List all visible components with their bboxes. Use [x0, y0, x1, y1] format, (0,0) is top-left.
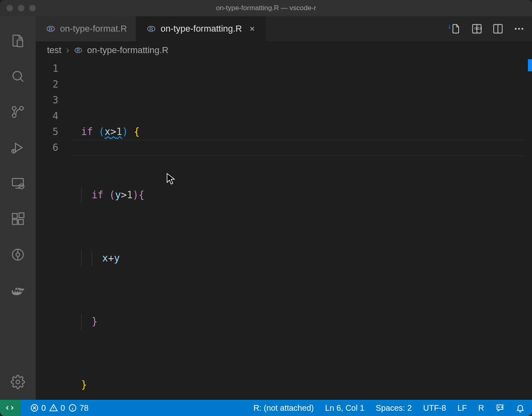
- more-actions-icon[interactable]: [513, 23, 525, 34]
- explorer-icon[interactable]: [0, 23, 36, 58]
- remote-indicator[interactable]: [0, 400, 21, 416]
- extensions-icon[interactable]: [0, 201, 36, 237]
- tab-actions: ↓ 0110: [443, 16, 532, 41]
- breadcrumb-file[interactable]: on-type-formatting.R: [87, 45, 169, 56]
- breadcrumb-folder[interactable]: test: [47, 45, 61, 56]
- compare-changes-icon[interactable]: ↓: [450, 23, 461, 34]
- remote-explorer-icon[interactable]: [0, 165, 36, 201]
- r-file-icon: R: [74, 46, 82, 54]
- split-editor-icon[interactable]: [492, 23, 504, 34]
- svg-text:R: R: [149, 26, 153, 32]
- minimize-window-button[interactable]: [18, 5, 24, 11]
- current-line-highlight: [71, 140, 524, 156]
- svg-point-1: [13, 71, 21, 80]
- svg-rect-10: [19, 220, 24, 225]
- line-numbers: 1 2 3 4 5 6: [36, 59, 71, 416]
- svg-point-25: [521, 28, 523, 30]
- svg-text:R: R: [77, 47, 80, 53]
- svg-text:R: R: [49, 26, 52, 32]
- code-content[interactable]: if (x>1) { if (y>1){ x+y } }: [71, 59, 532, 416]
- svg-point-24: [518, 28, 520, 30]
- zoom-window-button[interactable]: [29, 5, 36, 11]
- svg-point-3: [13, 114, 16, 118]
- gitlens-icon[interactable]: [0, 237, 36, 272]
- svg-rect-11: [19, 213, 24, 218]
- svg-point-4: [13, 107, 16, 110]
- editor-area: R on-type-format.R R on-type-formatting.…: [36, 16, 532, 400]
- run-debug-icon[interactable]: [0, 130, 36, 165]
- tab-label: on-type-format.R: [60, 24, 127, 34]
- code-editor[interactable]: 1 2 3 4 5 6 if (x>1) { if (y>1){ x+y } }: [36, 59, 532, 416]
- main-area: R on-type-format.R R on-type-formatting.…: [0, 16, 532, 400]
- activity-bar: [0, 16, 36, 400]
- settings-gear-icon[interactable]: [0, 364, 36, 400]
- svg-point-23: [515, 28, 517, 30]
- r-file-icon: R: [147, 24, 156, 33]
- tab-label: on-type-formatting.R: [161, 24, 242, 34]
- search-icon[interactable]: [0, 58, 36, 94]
- close-tab-icon[interactable]: [249, 25, 257, 32]
- tab-on-type-formatting[interactable]: R on-type-formatting.R: [136, 16, 266, 41]
- close-window-button[interactable]: [6, 5, 13, 11]
- svg-point-13: [16, 253, 20, 257]
- open-preview-icon[interactable]: 0110: [471, 23, 483, 34]
- window-title: on-type-formatting.R — vscode-r: [6, 4, 526, 12]
- svg-rect-6: [13, 178, 24, 186]
- svg-point-2: [20, 107, 24, 110]
- source-control-icon[interactable]: [0, 94, 36, 130]
- svg-point-14: [16, 380, 20, 384]
- svg-rect-0: [17, 40, 23, 47]
- title-bar: on-type-formatting.R — vscode-r: [0, 0, 532, 16]
- r-file-icon: R: [46, 24, 55, 33]
- tab-on-type-format[interactable]: R on-type-format.R: [36, 16, 136, 41]
- docker-icon[interactable]: [0, 272, 36, 308]
- svg-text:10: 10: [478, 26, 482, 30]
- tabs-row: R on-type-format.R R on-type-formatting.…: [36, 16, 532, 41]
- breadcrumb[interactable]: test › R on-type-formatting.R: [36, 41, 532, 59]
- window-controls: [6, 5, 36, 11]
- svg-rect-9: [13, 220, 17, 225]
- chevron-right-icon: ›: [66, 45, 69, 56]
- svg-rect-8: [13, 214, 17, 219]
